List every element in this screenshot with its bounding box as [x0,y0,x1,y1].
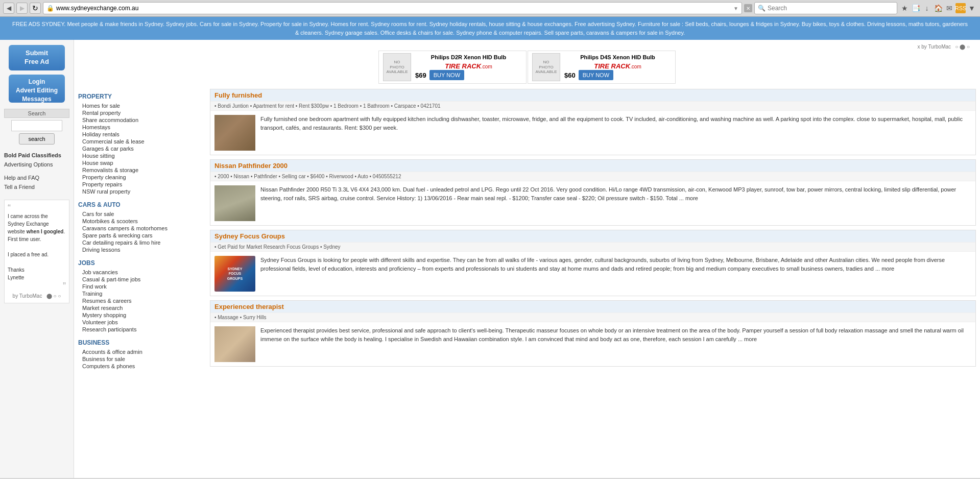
ad-price-row-0: $69 BUY NOW [415,70,522,80]
forward-button[interactable]: ▶ [16,3,28,14]
cat-motorbikes[interactable]: Motorbikes & scooters [78,218,206,225]
cat-homes-for-sale[interactable]: Homes for sale [78,102,206,109]
listing-desc-3: Experienced therapist provides best serv… [260,326,971,362]
listing-desc-1: Nissan Pathfinder 2000 R50 Ti 3.3L V6 4X… [260,185,971,221]
cat-homestays[interactable]: Homestays [78,124,206,131]
sidebar-item-advertising[interactable]: Advertising Options [0,160,74,169]
url-input[interactable] [56,5,731,12]
download-icon[interactable]: ↓ [922,3,932,13]
close-tab-button[interactable]: ✕ [744,4,752,12]
tire-rack-logo-1: TIRE RACK.com [564,62,671,70]
listing-body-0: Fully furnished one bedroom apartment wi… [210,111,975,155]
buy-now-button-1[interactable]: BUY NOW [579,70,613,80]
listing-title-3[interactable]: Experienced therapist [214,303,284,310]
back-button[interactable]: ◀ [3,3,14,14]
cat-research-participants[interactable]: Research participants [78,326,206,333]
testimonial-box: “ I came across the Sydney Exchange webs… [4,200,69,303]
cat-casual-jobs[interactable]: Casual & part-time jobs [78,276,206,283]
cat-business-for-sale[interactable]: Business for sale [78,355,206,363]
browser-search-input[interactable] [768,5,894,12]
listing-title-0[interactable]: Fully furnished [214,91,262,99]
cat-nsw-rural[interactable]: NSW rural property [78,188,206,195]
quote-open-icon: “ [8,203,66,212]
cat-car-detailing[interactable]: Car detailing repairs & limo hire [78,239,206,246]
listing-tags-1: • 2000 • Nissan • Pathfinder • Selling c… [210,172,975,181]
sidebar-item-tell-friend[interactable]: Tell a Friend [0,182,74,191]
sidebar: SubmitFree Ad LoginAdvert EditingMessage… [0,40,74,478]
ad-no-photo-1: NOPHOTOAVAILABLE [532,53,560,81]
ad-price-1: $60 [564,71,576,79]
cat-house-swap[interactable]: House swap [78,159,206,166]
bookmarks-icon[interactable]: 📑 [911,3,921,13]
menu-icon[interactable]: ▼ [967,3,977,13]
dropdown-icon[interactable]: ▼ [733,6,738,11]
cat-accounts-admin[interactable]: Accounts & office admin [78,348,206,355]
address-bar[interactable]: 🔒 ▼ [43,2,742,14]
listing-card-3: Experienced therapist • Massage • Surry … [210,300,976,367]
category-business: BUSINESS Accounts & office admin Busines… [78,339,206,370]
cat-garages[interactable]: Garages & car parks [78,145,206,152]
listing-title-1[interactable]: Nissan Pathfinder 2000 [214,162,288,170]
ad-product-title-0: Philips D2R Xenon HID Bulb [415,54,522,60]
cat-rental-property[interactable]: Rental property [78,109,206,116]
sidebar-item-bold-classifieds[interactable]: Bold Paid Classifieds [0,151,74,160]
cat-caravans[interactable]: Caravans campers & motorhomes [78,225,206,232]
ad-price-row-1: $60 BUY NOW [564,70,671,80]
cat-removalists[interactable]: Removalists & storage [78,166,206,174]
sidebar-item-help[interactable]: Help and FAQ [0,173,74,182]
listings-area: PROPERTY Homes for sale Rental property … [74,89,980,376]
listing-title-2[interactable]: Sydney Focus Groups [214,232,285,240]
ad-product-title-1: Philips D4S Xenon HID Bulb [564,54,671,60]
bookmark-star-icon[interactable]: ★ [899,3,910,13]
cat-spare-parts[interactable]: Spare parts & wrecking cars [78,232,206,239]
listing-image-2: SYDNEYFOCUSGROUPS [214,256,255,292]
cat-holiday-rentals[interactable]: Holiday rentals [78,131,206,138]
listing-body-2: SYDNEYFOCUSGROUPS Sydney Focus Groups is… [210,252,975,296]
mail-icon[interactable]: ✉ [944,3,954,13]
sidebar-search-input[interactable] [11,120,62,131]
turbomac-attribution: by TurboMac ⬤ ○ ○ [8,293,66,300]
rss-icon[interactable]: RSS [955,3,966,13]
cat-resumes[interactable]: Resumes & careers [78,297,206,304]
top-banner: FREE ADS SYDNEY. Meet people & make frie… [0,17,980,40]
main-content: x by TurboMac ○ ⬤ ○ NOPHOTOAVAILABLE Phi… [74,40,980,478]
category-title-business: BUSINESS [78,339,206,346]
buy-now-button-0[interactable]: BUY NOW [429,70,464,80]
cat-job-vacancies[interactable]: Job vacancies [78,269,206,276]
cat-training[interactable]: Training [78,290,206,297]
turbomac-label: x by TurboMac ○ ⬤ ○ [84,44,970,50]
listing-card-2: Sydney Focus Groups • Get Paid for Marke… [210,230,976,296]
cat-volunteer-jobs[interactable]: Volunteer jobs [78,319,206,326]
cat-driving-lessons[interactable]: Driving lessons [78,246,206,253]
submit-ad-button[interactable]: SubmitFree Ad [9,45,65,70]
cat-market-research[interactable]: Market research [78,304,206,312]
cat-mystery-shopping[interactable]: Mystery shopping [78,312,206,319]
ad-product-info-0: Philips D2R Xenon HID Bulb TIRE RACK.com… [415,54,522,80]
ad-product-info-1: Philips D4S Xenon HID Bulb TIRE RACK.com… [564,54,671,80]
category-cars: CARS & AUTO Cars for sale Motorbikes & s… [78,201,206,253]
cat-commercial-sale[interactable]: Commercial sale & lease [78,138,206,145]
cat-property-cleaning[interactable]: Property cleaning [78,174,206,181]
cat-house-sitting[interactable]: House sitting [78,152,206,159]
category-title-property: PROPERTY [78,93,206,100]
listing-desc-0: Fully furnished one bedroom apartment wi… [260,115,971,151]
reload-button[interactable]: ↻ [30,3,41,14]
listing-body-3: Experienced therapist provides best serv… [210,322,975,366]
listing-card-0: Fully furnished • Bondi Juntion • Apartm… [210,89,976,155]
cat-computers-phones[interactable]: Computers & phones [78,363,206,370]
login-button[interactable]: LoginAdvert EditingMessages [9,75,65,103]
listing-tags-3: • Massage • Surry Hills [210,313,975,322]
testimonial-text: I came across the Sydney Exchange websit… [8,212,66,281]
browser-search-bar[interactable]: 🔍 [754,2,897,14]
listing-image-1 [214,185,255,221]
listing-title-bar-0: Fully furnished [210,89,975,101]
lock-icon: 🔒 [46,5,54,12]
sidebar-search-button[interactable]: search [19,133,55,145]
ad-products-row: NOPHOTOAVAILABLE Philips D2R Xenon HID B… [84,51,970,84]
cat-share-accommodation[interactable]: Share accommodation [78,116,206,124]
listing-image-3 [214,326,255,362]
cat-cars-for-sale[interactable]: Cars for sale [78,210,206,218]
cat-find-work[interactable]: Find work [78,283,206,290]
home-icon[interactable]: 🏠 [933,3,943,13]
cat-property-repairs[interactable]: Property repairs [78,181,206,188]
